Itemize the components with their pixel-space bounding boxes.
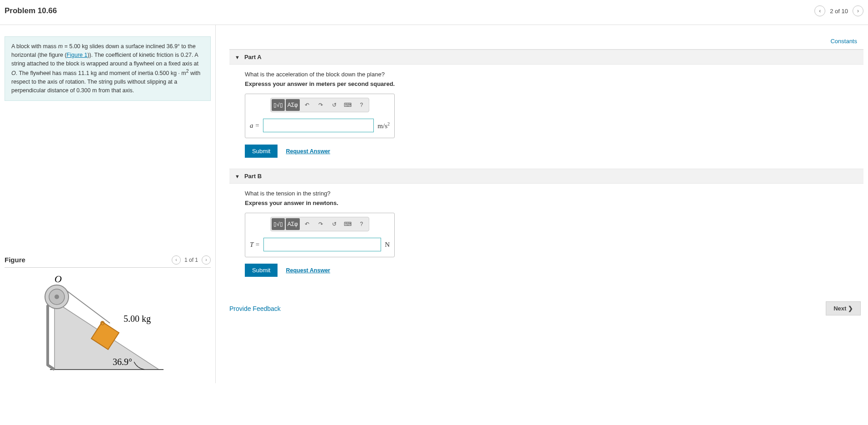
next-button[interactable]: Next ❯ bbox=[826, 301, 861, 315]
greek-button[interactable]: ΑΣφ bbox=[286, 218, 300, 230]
part-a-variable: a = bbox=[250, 122, 259, 130]
part-a-label: Part A bbox=[244, 54, 262, 60]
constants-link[interactable]: Constants bbox=[830, 38, 857, 45]
part-b-header[interactable]: ▼ Part B bbox=[229, 169, 863, 184]
keyboard-button[interactable]: ⌨ bbox=[342, 99, 354, 111]
caret-down-icon: ▼ bbox=[235, 55, 240, 60]
figure-title: Figure bbox=[5, 256, 25, 264]
part-a-request-answer-link[interactable]: Request Answer bbox=[286, 148, 330, 155]
part-b-label: Part B bbox=[244, 173, 262, 180]
figure-section: Figure ‹ 1 of 1 › 36.9° bbox=[5, 255, 211, 379]
part-a-answer-box: ▯√▯ ΑΣφ ↶ ↷ ↺ ⌨ ? a = m/s2 bbox=[245, 94, 395, 138]
figure-nav: ‹ 1 of 1 › bbox=[172, 255, 211, 265]
part-a-toolbar: ▯√▯ ΑΣφ ↶ ↷ ↺ ⌨ ? bbox=[270, 98, 369, 112]
part-a-instruction: Expresss your answer in meters per secon… bbox=[245, 80, 857, 87]
reset-button[interactable]: ↺ bbox=[328, 218, 341, 230]
templates-button[interactable]: ▯√▯ bbox=[272, 99, 285, 111]
right-column: Constants ▼ Part A What is the accelerat… bbox=[216, 25, 868, 383]
templates-button[interactable]: ▯√▯ bbox=[272, 218, 285, 230]
redo-button[interactable]: ↷ bbox=[314, 218, 327, 230]
redo-button[interactable]: ↷ bbox=[314, 99, 327, 111]
prev-problem-button[interactable]: ‹ bbox=[814, 5, 825, 16]
part-a-header[interactable]: ▼ Part A bbox=[229, 50, 863, 65]
help-button[interactable]: ? bbox=[355, 99, 368, 111]
undo-button[interactable]: ↶ bbox=[301, 99, 313, 111]
text: . The flywheel has mass 11.1 kg and mome… bbox=[16, 70, 186, 76]
figure-position: 1 of 1 bbox=[184, 257, 198, 263]
part-b-submit-button[interactable]: Submit bbox=[245, 264, 278, 277]
text: A block with mass bbox=[11, 43, 58, 50]
next-problem-button[interactable]: › bbox=[853, 5, 863, 16]
mass-label: 5.00 kg bbox=[124, 314, 151, 324]
part-b-request-answer-link[interactable]: Request Answer bbox=[286, 267, 330, 274]
greek-button[interactable]: ΑΣφ bbox=[286, 99, 300, 111]
problem-header: Problem 10.66 ‹ 2 of 10 › bbox=[0, 0, 868, 25]
part-b-body: What is the tension in the string? Expre… bbox=[229, 184, 863, 288]
part-b-variable: T = bbox=[250, 241, 260, 249]
var-m: m bbox=[58, 43, 63, 50]
next-figure-button[interactable]: › bbox=[202, 255, 211, 265]
part-a-unit: m/s2 bbox=[377, 121, 390, 130]
reset-button[interactable]: ↺ bbox=[328, 99, 341, 111]
problem-title: Problem 10.66 bbox=[5, 6, 57, 15]
keyboard-button[interactable]: ⌨ bbox=[342, 218, 354, 230]
figure-diagram: 36.9° O bbox=[23, 274, 186, 379]
part-b-answer-box: ▯√▯ ΑΣφ ↶ ↷ ↺ ⌨ ? T = N bbox=[245, 213, 395, 257]
problem-statement: A block with mass m = 5.00 kg slides dow… bbox=[5, 36, 211, 101]
part-b-input[interactable] bbox=[263, 238, 381, 251]
part-b-toolbar: ▯√▯ ΑΣφ ↶ ↷ ↺ ⌨ ? bbox=[270, 217, 369, 231]
problem-position: 2 of 10 bbox=[830, 8, 848, 15]
part-a-body: What is the acceleration of the block do… bbox=[229, 65, 863, 169]
figure-1-link[interactable]: Figure 1 bbox=[67, 52, 88, 58]
part-a-input[interactable] bbox=[263, 119, 374, 132]
problem-nav: ‹ 2 of 10 › bbox=[814, 5, 863, 16]
O-label: O bbox=[55, 274, 62, 285]
provide-feedback-link[interactable]: Provide Feedback bbox=[229, 305, 281, 312]
part-a-submit-button[interactable]: Submit bbox=[245, 145, 278, 158]
undo-button[interactable]: ↶ bbox=[301, 218, 313, 230]
angle-label: 36.9° bbox=[113, 357, 132, 367]
part-b-unit: N bbox=[385, 241, 390, 249]
var-O: O bbox=[11, 70, 16, 76]
caret-down-icon: ▼ bbox=[235, 174, 240, 179]
part-a-question: What is the acceleration of the block do… bbox=[245, 71, 857, 78]
help-button[interactable]: ? bbox=[355, 218, 368, 230]
left-column: A block with mass m = 5.00 kg slides dow… bbox=[0, 25, 216, 383]
prev-figure-button[interactable]: ‹ bbox=[172, 255, 181, 265]
part-b-question: What is the tension in the string? bbox=[245, 190, 857, 197]
svg-point-4 bbox=[55, 295, 59, 299]
part-b-instruction: Express your answer in newtons. bbox=[245, 200, 857, 206]
